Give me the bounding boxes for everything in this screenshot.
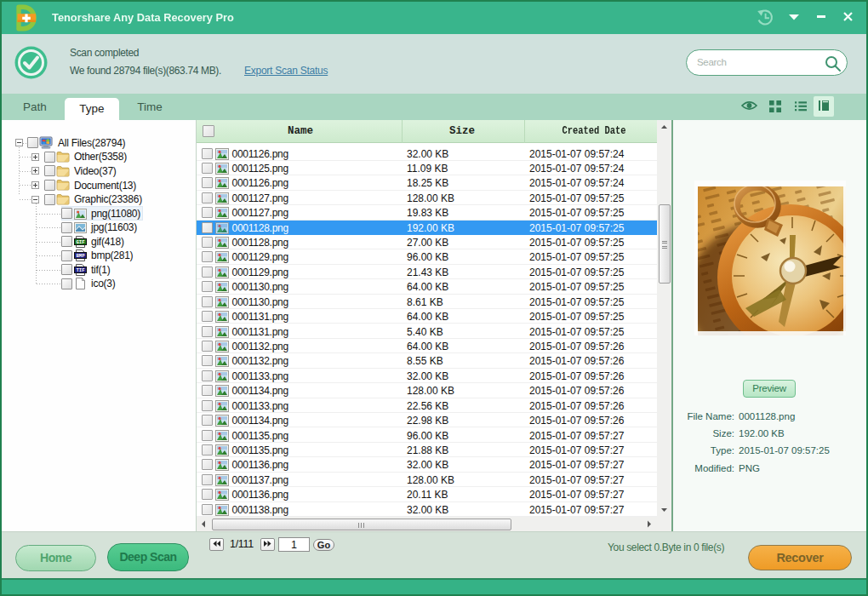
- svg-text:GIF: GIF: [76, 239, 85, 245]
- svg-text:BMP: BMP: [76, 253, 85, 259]
- svg-text:TIF: TIF: [76, 267, 85, 273]
